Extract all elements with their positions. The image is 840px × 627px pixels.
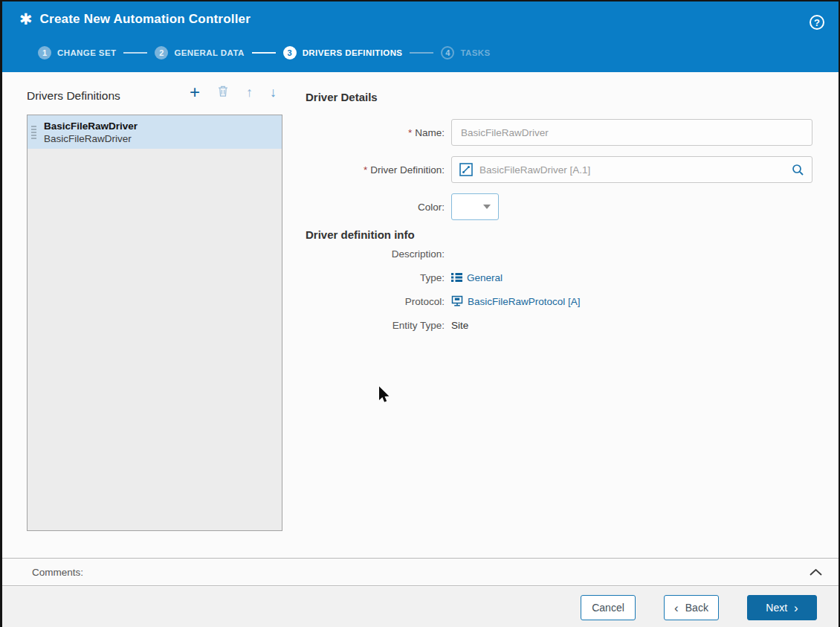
chevron-right-icon: › <box>794 602 798 614</box>
required-marker: * <box>364 164 367 176</box>
chevron-down-icon <box>483 205 491 209</box>
name-row: *Name: <box>306 119 812 146</box>
step-connector <box>252 52 276 54</box>
step-3-label: DRIVERS DEFINITIONS <box>303 48 403 57</box>
arrow-up-icon: ↑ <box>246 86 253 99</box>
step-general-data[interactable]: 2 GENERAL DATA <box>155 46 244 60</box>
page-title: Create New Automation Controller <box>40 12 251 27</box>
drag-handle-icon[interactable] <box>31 126 36 139</box>
step-3-circle: 3 <box>283 46 297 60</box>
title-row: ✱ Create New Automation Controller <box>19 11 824 27</box>
back-button-label: Back <box>685 602 708 614</box>
driver-definition-label: *Driver Definition: <box>306 164 451 176</box>
next-button-label: Next <box>766 602 787 614</box>
search-icon[interactable] <box>792 164 804 176</box>
list-type-icon <box>451 272 462 283</box>
protocol-row: Protocol: BasicFileRawProtocol [A] <box>306 293 581 309</box>
cancel-button[interactable]: Cancel <box>581 595 636 620</box>
step-4-circle: 4 <box>441 46 454 60</box>
comments-bar[interactable]: Comments: <box>2 558 839 586</box>
protocol-label: Protocol: <box>306 296 451 307</box>
wizard-steps: 1 CHANGE SET 2 GENERAL DATA 3 DRIVERS DE… <box>38 46 491 60</box>
asterisk-icon: ✱ <box>19 11 33 27</box>
description-label: Description: <box>306 248 451 260</box>
next-button[interactable]: Next › <box>747 595 817 620</box>
link-object-icon <box>459 163 473 176</box>
step-connector <box>123 52 147 54</box>
arrow-down-icon: ↓ <box>270 86 277 99</box>
step-4-label: TASKS <box>460 48 490 57</box>
move-up-button[interactable]: ↑ <box>246 86 253 99</box>
step-drivers-definitions[interactable]: 3 DRIVERS DEFINITIONS <box>283 46 403 60</box>
collapse-comments-button[interactable] <box>808 567 824 577</box>
plus-icon: + <box>190 85 200 100</box>
back-button[interactable]: ‹ Back <box>664 595 719 620</box>
name-label-text: Name: <box>415 127 445 138</box>
driver-item-text: BasicFileRawDriver BasicFileRawDriver <box>44 120 138 145</box>
color-dropdown[interactable] <box>451 193 499 220</box>
drivers-list-toolbar: + ↑ ↓ <box>27 85 282 100</box>
entity-type-value: Site <box>451 320 468 331</box>
trash-icon <box>217 85 229 100</box>
entity-type-label: Entity Type: <box>306 320 451 331</box>
description-row: Description: <box>306 245 451 262</box>
type-value-link[interactable]: General <box>451 272 503 283</box>
create-automation-controller-dialog: ✱ Create New Automation Controller ? 1 C… <box>0 0 840 627</box>
driver-definition-row: *Driver Definition: BasicFileRawDriver [… <box>306 156 812 183</box>
color-label: Color: <box>306 202 451 213</box>
driver-definition-label-text: Driver Definition: <box>370 164 445 176</box>
type-value-text: General <box>467 272 503 283</box>
definition-info-title: Driver definition info <box>306 228 415 241</box>
driver-details-title: Driver Details <box>306 91 378 103</box>
required-marker: * <box>408 127 412 138</box>
wizard-header: ✱ Create New Automation Controller ? 1 C… <box>2 1 839 72</box>
protocol-value-text: BasicFileRawProtocol [A] <box>468 296 581 307</box>
footer-bar: Cancel ‹ Back Next › <box>2 587 839 627</box>
name-label: *Name: <box>306 127 451 138</box>
delete-driver-button[interactable] <box>217 85 229 100</box>
color-row: Color: <box>306 193 812 220</box>
move-down-button[interactable]: ↓ <box>270 86 277 99</box>
step-1-circle: 1 <box>38 46 51 60</box>
driver-item-name: BasicFileRawDriver <box>44 120 138 132</box>
help-icon[interactable]: ? <box>810 15 824 30</box>
step-1-label: CHANGE SET <box>57 48 116 57</box>
driver-list-item-selected[interactable]: BasicFileRawDriver BasicFileRawDriver <box>28 115 282 149</box>
mouse-cursor <box>378 386 392 407</box>
chevron-up-icon <box>810 569 822 576</box>
name-input[interactable] <box>451 119 812 146</box>
step-2-label: GENERAL DATA <box>174 48 244 57</box>
chevron-left-icon: ‹ <box>674 602 679 614</box>
driver-definition-picker[interactable]: BasicFileRawDriver [A.1] <box>451 156 812 183</box>
step-change-set[interactable]: 1 CHANGE SET <box>38 46 116 60</box>
cancel-button-label: Cancel <box>592 602 624 614</box>
comments-label: Comments: <box>32 567 808 578</box>
step-tasks[interactable]: 4 TASKS <box>441 46 490 60</box>
protocol-monitor-icon <box>451 295 463 307</box>
step-connector <box>410 52 433 54</box>
entity-type-row: Entity Type: Site <box>306 317 468 333</box>
drivers-list: BasicFileRawDriver BasicFileRawDriver <box>27 115 282 531</box>
type-row: Type: General <box>306 269 503 286</box>
driver-item-description: BasicFileRawDriver <box>44 132 138 145</box>
add-driver-button[interactable]: + <box>190 85 200 100</box>
step-2-circle: 2 <box>155 46 168 60</box>
type-label: Type: <box>306 272 451 283</box>
protocol-value-link[interactable]: BasicFileRawProtocol [A] <box>451 295 581 307</box>
driver-definition-value: BasicFileRawDriver [A.1] <box>479 164 785 176</box>
